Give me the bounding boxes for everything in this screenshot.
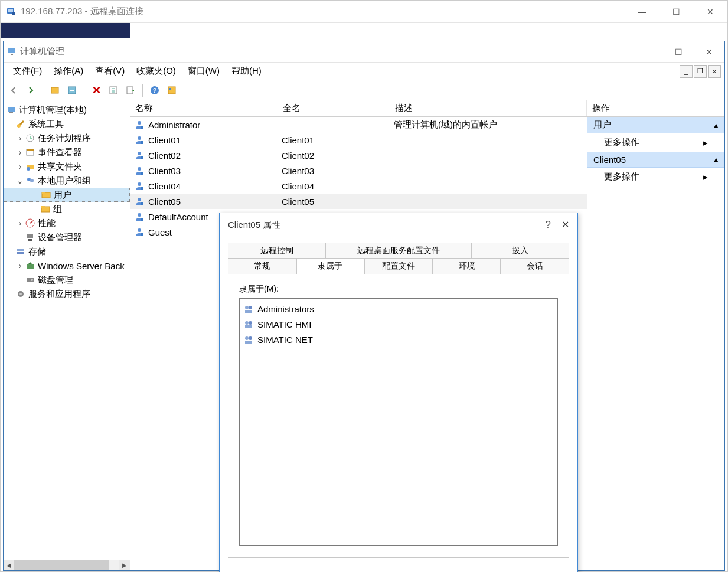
tab-environment[interactable]: 环境 [433, 259, 501, 274]
menu-view[interactable]: 查看(V) [89, 63, 130, 79]
svg-rect-41 [141, 141, 143, 144]
tree-services-apps[interactable]: 服务和应用程序 [4, 287, 130, 301]
svg-point-58 [249, 321, 252, 325]
help-button[interactable]: ? [546, 219, 551, 231]
tab-general[interactable]: 常规 [228, 259, 296, 274]
svg-rect-31 [17, 249, 24, 251]
new-button[interactable] [47, 83, 63, 98]
tree-label: 系统工具 [28, 119, 64, 130]
scroll-right-icon[interactable]: ▶ [119, 560, 130, 570]
action-section-client05[interactable]: Client05 ▴ [587, 152, 724, 168]
export-button[interactable] [123, 83, 138, 98]
col-description[interactable]: 描述 [390, 100, 587, 116]
svg-rect-3 [8, 48, 15, 53]
svg-rect-1 [8, 9, 13, 12]
extra-button[interactable] [164, 83, 179, 98]
tree-root[interactable]: 计算机管理(本地) [4, 103, 130, 117]
list-row[interactable]: Client03Client03 [130, 163, 587, 178]
group-item[interactable]: Administrators [242, 301, 555, 316]
menu-window[interactable]: 窗口(W) [182, 63, 226, 79]
expand-icon[interactable]: › [15, 148, 25, 157]
rdp-active-tab[interactable] [1, 23, 130, 38]
expand-icon[interactable]: › [15, 261, 25, 270]
action-more-users[interactable]: 更多操作 ▸ [587, 133, 724, 152]
mdi-minimize-button[interactable]: _ [680, 65, 693, 78]
svg-rect-7 [70, 90, 74, 91]
list-header: 名称 全名 描述 [130, 100, 587, 117]
tree-hscrollbar[interactable]: ◀ ▶ [4, 560, 130, 570]
col-fullname[interactable]: 全名 [278, 100, 390, 116]
mmc-close-button[interactable]: ✕ [694, 41, 724, 63]
user-icon [134, 165, 145, 176]
scroll-left-icon[interactable]: ◀ [4, 560, 14, 570]
event-icon [25, 147, 35, 158]
back-button[interactable] [6, 83, 21, 98]
minimize-button[interactable]: — [625, 1, 659, 23]
scroll-thumb[interactable] [14, 560, 109, 570]
users-groups-icon [25, 175, 35, 186]
col-name[interactable]: 名称 [130, 100, 278, 116]
user-name: Client03 [148, 166, 181, 176]
tab-sessions[interactable]: 会话 [501, 259, 569, 274]
list-row[interactable]: Client01Client01 [130, 132, 587, 148]
tree-groups[interactable]: 组 [4, 202, 130, 216]
action-more-client05[interactable]: 更多操作 ▸ [587, 168, 724, 186]
tree-device-manager[interactable]: 设备管理器 [4, 230, 130, 244]
tab-dialin[interactable]: 拨入 [472, 243, 569, 259]
group-name: SIMATIC HMI [257, 319, 311, 329]
mmc-minimize-button[interactable]: — [632, 41, 663, 63]
mmc-titlebar[interactable]: 计算机管理 — ☐ ✕ [4, 41, 724, 63]
close-button[interactable]: ✕ [693, 1, 727, 23]
group-item[interactable]: SIMATIC HMI [242, 316, 555, 332]
refresh-button[interactable] [106, 83, 121, 98]
mdi-restore-button[interactable]: ❐ [694, 65, 707, 78]
forward-button[interactable] [23, 83, 38, 98]
mmc-maximize-button[interactable]: ☐ [663, 41, 694, 63]
list-row[interactable]: Client05Client05 [130, 194, 587, 209]
list-row[interactable]: Client02Client02 [130, 148, 587, 163]
svg-rect-29 [27, 234, 33, 238]
tree-disk-mgmt[interactable]: 磁盘管理 [4, 273, 130, 287]
menu-favorites[interactable]: 收藏夹(O) [130, 63, 182, 79]
properties-dialog: Client05 属性 ? ✕ 远程控制 远程桌面服务配置文件 拨入 常规 隶属… [219, 213, 578, 572]
tab-profile[interactable]: 配置文件 [364, 259, 433, 274]
tree-system-tools[interactable]: 系统工具 [4, 117, 130, 131]
tree-storage[interactable]: 存储 [4, 244, 130, 259]
tree-event-viewer[interactable]: › 事件查看器 [4, 145, 130, 159]
expand-icon[interactable]: › [15, 162, 25, 171]
close-button[interactable]: ✕ [561, 219, 569, 231]
memberof-listbox[interactable]: AdministratorsSIMATIC HMISIMATIC NET [239, 298, 558, 546]
svg-rect-19 [27, 149, 34, 151]
maximize-button[interactable]: ☐ [659, 1, 693, 23]
group-item[interactable]: SIMATIC NET [242, 332, 555, 347]
tree-performance[interactable]: › 性能 [4, 216, 130, 230]
menu-action[interactable]: 操作(A) [48, 63, 89, 79]
user-description [390, 139, 587, 141]
tree-local-users-groups[interactable]: ⌄ 本地用户和组 [4, 174, 130, 188]
properties-titlebar[interactable]: Client05 属性 ? ✕ [220, 213, 577, 237]
rdp-titlebar[interactable]: 192.168.77.203 - 远程桌面连接 — ☐ ✕ [1, 1, 727, 23]
tab-rds-profile[interactable]: 远程桌面服务配置文件 [325, 243, 471, 259]
tree-shared-folders[interactable]: › 共享文件夹 [4, 159, 130, 174]
list-row[interactable]: Client04Client04 [130, 178, 587, 194]
menu-file[interactable]: 文件(F) [7, 63, 48, 79]
action-section-users[interactable]: 用户 ▴ [587, 117, 724, 133]
user-name: Administrator [148, 120, 200, 130]
list-row[interactable]: Administrator管理计算机(域)的内置帐户 [130, 117, 587, 132]
tab-remote-control[interactable]: 远程控制 [228, 243, 325, 259]
tree-users[interactable]: 用户 [4, 188, 130, 202]
collapse-icon[interactable]: ⌄ [15, 176, 25, 185]
tree-wsb[interactable]: › Windows Server Back [4, 259, 130, 273]
user-icon [134, 227, 145, 237]
expand-icon[interactable]: › [15, 133, 25, 143]
menu-help[interactable]: 帮助(H) [226, 63, 267, 79]
delete-button[interactable]: ✕ [89, 83, 104, 98]
tab-memberof[interactable]: 隶属于 [296, 259, 365, 274]
help-button[interactable]: ? [147, 83, 162, 98]
tree-task-scheduler[interactable]: › 任务计划程序 [4, 131, 130, 145]
mdi-close-button[interactable]: × [708, 65, 721, 78]
expand-icon[interactable]: › [15, 218, 25, 228]
properties-toolbar-button[interactable] [64, 83, 80, 98]
svg-point-55 [249, 306, 252, 309]
user-fullname: Client04 [278, 180, 390, 192]
